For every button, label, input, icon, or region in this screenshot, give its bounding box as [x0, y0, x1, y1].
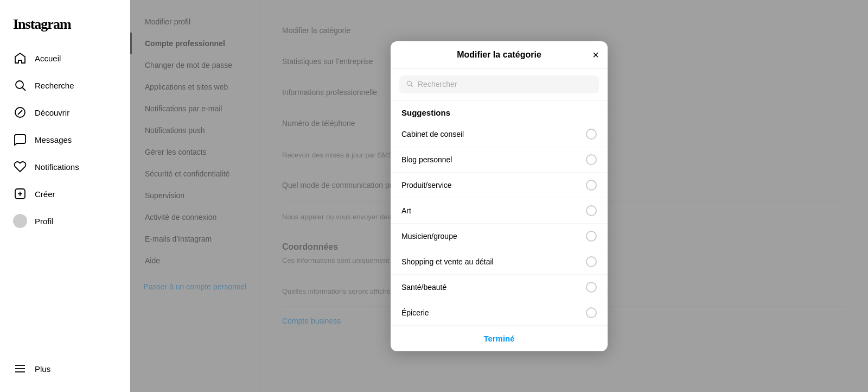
modal-body: Suggestions Cabinet de conseil Blog pers… — [391, 100, 608, 326]
radio-art[interactable] — [586, 205, 597, 216]
radio-shopping[interactable] — [586, 256, 597, 267]
svg-line-11 — [411, 85, 413, 86]
sidebar-item-decouvrir[interactable]: Découvrir — [7, 100, 123, 125]
messages-icon — [13, 132, 27, 147]
category-modal: Modifier la catégorie × Suggestions — [391, 41, 608, 351]
sidebar-item-creer[interactable]: Créer — [7, 181, 123, 206]
category-search-input[interactable] — [418, 80, 592, 88]
sidebar-item-label: Découvrir — [35, 108, 69, 117]
sidebar-item-label: Messages — [35, 135, 72, 144]
modal-title: Modifier la catégorie — [457, 50, 541, 60]
radio-epicerie[interactable] — [586, 307, 597, 318]
sidebar-item-label: Plus — [35, 364, 50, 374]
category-item-musicien[interactable]: Musicien/groupe — [391, 224, 608, 249]
home-icon — [13, 51, 27, 65]
compass-icon — [13, 105, 27, 119]
radio-blog[interactable] — [586, 154, 597, 165]
svg-point-10 — [407, 81, 411, 85]
sidebar: Instagram Accueil Recherche Découvrir — [0, 0, 130, 392]
sidebar-item-recherche[interactable]: Recherche — [7, 73, 123, 98]
category-item-sante[interactable]: Santé/beauté — [391, 275, 608, 300]
radio-sante[interactable] — [586, 282, 597, 293]
sidebar-item-label: Créer — [35, 189, 55, 199]
sidebar-item-profil[interactable]: Profil — [7, 208, 123, 233]
radio-produit[interactable] — [586, 180, 597, 191]
modal-search-area — [391, 69, 608, 100]
category-item-epicerie[interactable]: Épicerie — [391, 300, 608, 326]
search-icon — [13, 78, 27, 92]
category-item-blog[interactable]: Blog personnel — [391, 147, 608, 173]
sidebar-item-accueil[interactable]: Accueil — [7, 46, 123, 71]
radio-musicien[interactable] — [586, 231, 597, 242]
sidebar-item-label: Notifications — [35, 162, 79, 172]
radio-conseil[interactable] — [586, 129, 597, 140]
sidebar-item-label: Profil — [35, 217, 53, 226]
sidebar-item-notifications[interactable]: Notifications — [7, 154, 123, 179]
svg-point-0 — [16, 81, 23, 88]
suggestions-label: Suggestions — [391, 100, 608, 122]
category-item-conseil[interactable]: Cabinet de conseil — [391, 122, 608, 147]
search-input-wrap — [399, 75, 599, 93]
sidebar-item-messages[interactable]: Messages — [7, 127, 123, 152]
termine-button[interactable]: Terminé — [483, 334, 514, 343]
modal-header: Modifier la catégorie × — [391, 41, 608, 69]
plus-icon — [13, 187, 27, 201]
modal-overlay: Modifier la catégorie × Suggestions — [130, 0, 868, 392]
modal-footer: Terminé — [391, 326, 608, 351]
hamburger-icon — [13, 362, 27, 376]
search-icon — [406, 80, 413, 89]
category-item-art[interactable]: Art — [391, 198, 608, 224]
svg-line-1 — [23, 88, 26, 91]
heart-icon — [13, 160, 27, 174]
svg-marker-3 — [18, 110, 22, 115]
sidebar-item-plus[interactable]: Plus — [7, 356, 123, 381]
category-item-produit[interactable]: Produit/service — [391, 173, 608, 198]
avatar-icon — [13, 214, 27, 228]
modal-close-button[interactable]: × — [592, 49, 599, 60]
category-item-shopping[interactable]: Shopping et vente au détail — [391, 249, 608, 275]
main-area: Modifier profil Compte professionnel Cha… — [130, 0, 868, 392]
sidebar-item-label: Recherche — [35, 81, 74, 90]
instagram-logo: Instagram — [7, 11, 123, 43]
sidebar-item-label: Accueil — [35, 54, 61, 63]
